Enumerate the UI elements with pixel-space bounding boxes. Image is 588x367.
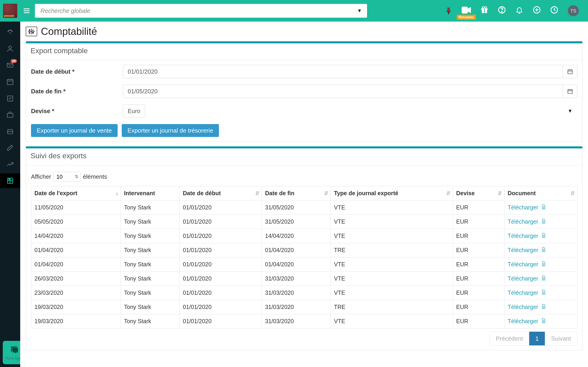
download-link[interactable]: Télécharger xyxy=(508,275,546,282)
nav-mail[interactable]: 29 xyxy=(0,58,20,73)
cell-document: Télécharger xyxy=(504,243,577,257)
user-avatar[interactable]: TS xyxy=(568,5,579,16)
cell-currency: EUR xyxy=(453,272,504,286)
topbar: ▼ Nouveau TS xyxy=(0,0,588,22)
svg-rect-5 xyxy=(448,12,449,14)
download-link[interactable]: Télécharger xyxy=(508,318,546,324)
nav-tasks[interactable] xyxy=(0,91,20,106)
search-input[interactable] xyxy=(40,7,362,15)
main-content: +−×= Comptabilité Export comptable Date … xyxy=(20,22,588,367)
col-type[interactable]: Type de journal exporté⇵ xyxy=(331,186,453,200)
svg-marker-7 xyxy=(468,7,471,13)
history-panel-title: Suivi des exports xyxy=(31,152,578,160)
download-link[interactable]: Télécharger xyxy=(508,261,546,267)
svg-rect-38 xyxy=(568,70,572,74)
download-link[interactable]: Télécharger xyxy=(508,290,546,296)
start-date-input[interactable] xyxy=(123,65,563,78)
history-panel: Suivi des exports Afficher 10 éléments D… xyxy=(26,146,582,350)
search-dropdown-caret-icon[interactable]: ▼ xyxy=(357,8,362,14)
download-link[interactable]: Télécharger xyxy=(508,218,546,225)
file-icon xyxy=(541,304,546,310)
sort-icon: ⇵ xyxy=(571,190,575,196)
svg-text:×: × xyxy=(29,32,30,34)
svg-text:+: + xyxy=(29,29,30,31)
nav-calendar[interactable] xyxy=(0,74,20,89)
page-length-select[interactable]: 10 xyxy=(53,172,81,181)
download-link[interactable]: Télécharger xyxy=(508,204,546,211)
menu-toggle-button[interactable] xyxy=(20,4,33,17)
gift-icon[interactable] xyxy=(481,6,488,16)
end-date-input[interactable] xyxy=(123,85,563,98)
cell-end: 01/04/2020 xyxy=(262,243,331,257)
download-link[interactable]: Télécharger xyxy=(508,233,546,239)
col-start[interactable]: Date de début⇵ xyxy=(180,186,262,200)
nav-reports[interactable] xyxy=(0,157,20,172)
cell-export_date: 19/03/2020 xyxy=(31,314,121,328)
col-export-date[interactable]: Date de l'export↓ xyxy=(31,186,121,200)
col-end[interactable]: Date de fin⇵ xyxy=(262,186,331,200)
show-label: Afficher xyxy=(31,173,51,180)
pagination-next[interactable]: Suivant xyxy=(545,332,577,345)
totem-icon[interactable] xyxy=(445,7,452,15)
cell-export_date: 01/04/2020 xyxy=(31,257,121,272)
nav-accounting[interactable]: + xyxy=(0,173,20,188)
cell-type: VTE xyxy=(331,257,453,272)
download-link[interactable]: Télécharger xyxy=(508,304,546,310)
sidebar: 29 + xyxy=(0,22,20,367)
cell-intervenant: Tony Stark xyxy=(121,257,180,272)
pagination-page-1[interactable]: 1 xyxy=(529,332,545,345)
download-link[interactable]: Télécharger xyxy=(508,247,546,253)
file-icon xyxy=(541,204,546,211)
end-date-label: Date de fin * xyxy=(31,88,123,95)
svg-point-20 xyxy=(9,46,11,49)
table-row: 19/03/2020Tony Stark01/01/202031/03/2020… xyxy=(31,300,577,314)
cell-intervenant: Tony Stark xyxy=(121,243,180,257)
cell-export_date: 01/04/2020 xyxy=(31,243,121,257)
help-icon[interactable] xyxy=(498,6,506,16)
nav-briefcase[interactable] xyxy=(0,107,20,122)
cell-start: 01/01/2020 xyxy=(180,286,262,300)
col-document[interactable]: Document⇵ xyxy=(504,186,577,200)
cell-type: VTE xyxy=(331,215,453,229)
nav-billing[interactable] xyxy=(0,124,20,139)
add-icon[interactable] xyxy=(533,6,541,16)
cell-intervenant: Tony Stark xyxy=(121,300,180,314)
cell-export_date: 05/05/2020 xyxy=(31,215,121,229)
start-date-picker-button[interactable] xyxy=(563,65,577,78)
end-date-picker-button[interactable] xyxy=(563,85,577,98)
cell-document: Télécharger xyxy=(504,314,577,328)
file-icon xyxy=(541,275,546,282)
calendar-icon xyxy=(567,69,573,75)
chevron-down-icon: ▼ xyxy=(568,108,573,114)
cell-intervenant: Tony Stark xyxy=(121,272,180,286)
svg-rect-27 xyxy=(7,113,13,117)
col-intervenant[interactable]: Intervenant xyxy=(121,186,180,200)
nav-dashboard[interactable] xyxy=(0,25,20,40)
file-icon xyxy=(541,290,546,296)
cell-start: 01/01/2020 xyxy=(180,272,262,286)
bell-icon[interactable] xyxy=(515,6,523,16)
start-date-label: Date de début * xyxy=(31,68,123,75)
file-icon xyxy=(541,318,546,324)
calendar-icon xyxy=(567,88,573,94)
export-treasury-button[interactable]: Exporter un journal de trésorerie xyxy=(122,124,219,137)
cell-end: 14/04/2020 xyxy=(262,229,331,243)
nav-edit[interactable] xyxy=(0,140,20,155)
pagination-prev[interactable]: Précédent xyxy=(489,332,529,345)
nav-clients[interactable] xyxy=(0,41,20,56)
cell-document: Télécharger xyxy=(504,272,577,286)
table-row: 01/04/2020Tony Stark01/01/202001/04/2020… xyxy=(31,257,577,272)
cell-type: TRE xyxy=(331,243,453,257)
cell-end: 31/05/2020 xyxy=(262,200,331,215)
video-icon[interactable]: Nouveau xyxy=(462,6,471,15)
svg-point-11 xyxy=(482,7,484,8)
svg-rect-19 xyxy=(10,32,10,34)
cell-intervenant: Tony Stark xyxy=(121,286,180,300)
cell-end: 31/03/2020 xyxy=(262,286,331,300)
currency-select[interactable]: Euro xyxy=(123,104,145,118)
pagination: Précédent 1 Suivant xyxy=(31,332,577,345)
col-currency[interactable]: Devise⇵ xyxy=(453,186,504,200)
history-icon[interactable] xyxy=(550,6,558,16)
app-logo[interactable] xyxy=(0,0,20,22)
export-sales-button[interactable]: Exporter un journal de vente xyxy=(31,124,118,137)
